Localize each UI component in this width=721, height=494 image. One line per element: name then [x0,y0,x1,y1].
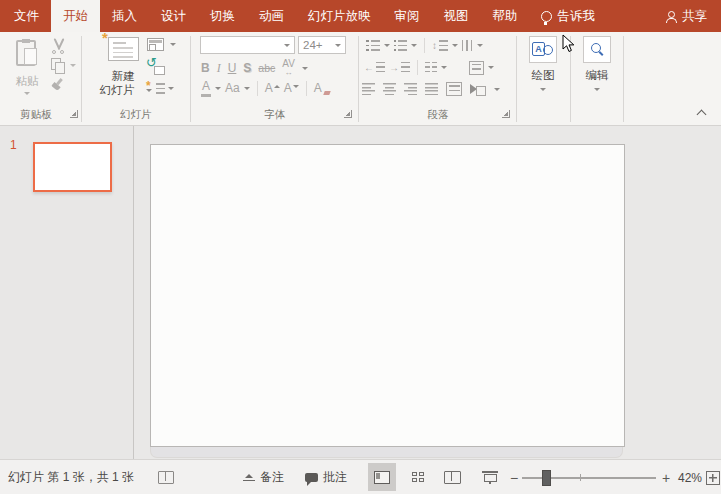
change-case-button[interactable]: Aa [225,82,240,95]
bullets-button[interactable] [366,40,380,51]
font-color-button[interactable]: A [201,80,211,97]
layout-dropdown-caret[interactable] [170,43,176,46]
new-slide-label-line1: 新建 [94,69,152,84]
cut-icon[interactable] [51,38,67,54]
fit-slide-to-window-icon[interactable] [706,471,720,485]
align-text-caret[interactable] [488,66,494,69]
zoom-slider-thumb[interactable] [542,470,551,486]
numbering-button[interactable] [394,40,408,51]
zoom-in-button[interactable]: + [662,460,670,494]
numbering-caret[interactable] [411,44,417,47]
font-name-caret[interactable] [284,44,290,47]
tab-design[interactable]: 设计 [149,0,198,32]
tab-transitions[interactable]: 切换 [198,0,247,32]
tell-me-button[interactable]: 告诉我 [530,0,607,32]
tab-animations[interactable]: 动画 [247,0,296,32]
comments-button[interactable]: 批注 [305,460,347,494]
tab-view[interactable]: 视图 [432,0,481,32]
notes-button[interactable]: 备注 [243,460,284,494]
section-dropdown-caret[interactable] [168,87,174,90]
new-slide-label-line2: 幻灯片 [88,83,146,98]
slide-1-thumbnail[interactable] [33,142,112,192]
line-spacing-button[interactable]: ↕ [432,40,448,51]
slide-sorter-icon [412,472,424,482]
strikethrough-button[interactable]: abc [258,62,275,75]
increase-indent-button[interactable]: → [389,62,410,73]
layout-icon[interactable] [147,38,164,51]
paste-dropdown-caret[interactable] [24,92,30,95]
paragraph-dialog-launcher[interactable] [502,110,510,118]
justify-button[interactable] [425,83,438,95]
tab-slideshow[interactable]: 幻灯片放映 [296,0,383,32]
separator [257,81,258,96]
drawing-icon: A [532,42,554,57]
font-dialog-launcher[interactable] [344,110,352,118]
zoom-slider-track[interactable] [522,477,656,479]
font-size-combobox[interactable]: 24+ [298,36,346,54]
text-shadow-button[interactable]: S [243,62,251,75]
font-group-label: 字体 [192,108,358,122]
clear-formatting-button[interactable]: A [314,82,330,95]
align-left-button[interactable] [362,83,375,95]
copy-dropdown-caret[interactable] [70,64,76,67]
shrink-font-button[interactable]: A [284,82,299,95]
font-color-caret[interactable] [215,87,221,90]
grow-font-button[interactable]: A [265,82,280,95]
character-spacing-button[interactable]: AV ↔ [282,59,295,77]
lines-shape [401,62,410,73]
align-text-button[interactable] [469,61,484,75]
columns-caret[interactable] [441,66,447,69]
tab-insert[interactable]: 插入 [100,0,149,32]
person-icon [665,11,676,22]
bold-button[interactable]: B [201,62,210,75]
text-direction-caret[interactable] [477,44,483,47]
sparkle-icon: * [102,33,108,43]
slide-sorter-view-button[interactable] [404,463,432,491]
drawing-label: 绘图 [516,68,570,83]
font-style-row: B I U S abc AV ↔ [201,59,308,77]
slide-counter: 幻灯片 第 1 张，共 1 张 [8,460,134,494]
normal-view-button[interactable] [368,463,396,491]
align-right-button[interactable] [404,83,417,95]
underline-button[interactable]: U [228,62,237,75]
font-size-caret[interactable] [335,44,341,47]
slideshow-icon [482,471,498,484]
bullets-caret[interactable] [384,44,390,47]
text-direction-button[interactable] [462,40,473,51]
horizontal-scrollbar[interactable] [150,447,623,458]
spell-check-button[interactable] [158,460,174,494]
smartart-caret[interactable] [494,88,500,91]
lines-shape [376,62,385,73]
share-button[interactable]: 共享 [651,0,721,32]
font-name-combobox[interactable] [200,36,295,54]
screen-shape [484,474,497,482]
format-painter-icon[interactable] [50,78,65,93]
slideshow-view-button[interactable] [476,463,504,491]
zoom-percentage[interactable]: 42% [678,460,702,494]
distribute-button[interactable] [446,82,462,96]
decrease-indent-button[interactable]: ← [364,62,385,73]
tab-file[interactable]: 文件 [2,0,51,32]
slide-canvas[interactable] [150,144,625,447]
change-case-caret[interactable] [244,87,250,90]
collapse-ribbon-chevron-icon[interactable] [697,110,707,120]
tab-home[interactable]: 开始 [51,0,100,32]
screen-top-shape [482,471,498,473]
zoom-out-button[interactable]: − [510,460,518,494]
lines-shape [398,40,407,51]
separator [417,60,418,75]
copy-icon[interactable] [51,58,64,72]
spacing-dropdown-caret[interactable] [302,67,308,70]
align-center-button[interactable] [383,83,396,95]
columns-button[interactable] [425,62,437,73]
clipboard-dialog-launcher[interactable] [70,110,78,118]
left-arrow-icon: ← [364,62,374,73]
tab-help[interactable]: 帮助 [481,0,530,32]
section-icon[interactable]: * [149,81,165,94]
tab-review[interactable]: 审阅 [383,0,432,32]
convert-to-smartart-button[interactable] [470,83,486,96]
reading-view-button[interactable] [438,463,466,491]
line-spacing-caret[interactable] [452,44,458,47]
reset-slide-icon[interactable]: ↺ [147,60,165,75]
italic-button[interactable]: I [217,62,221,75]
